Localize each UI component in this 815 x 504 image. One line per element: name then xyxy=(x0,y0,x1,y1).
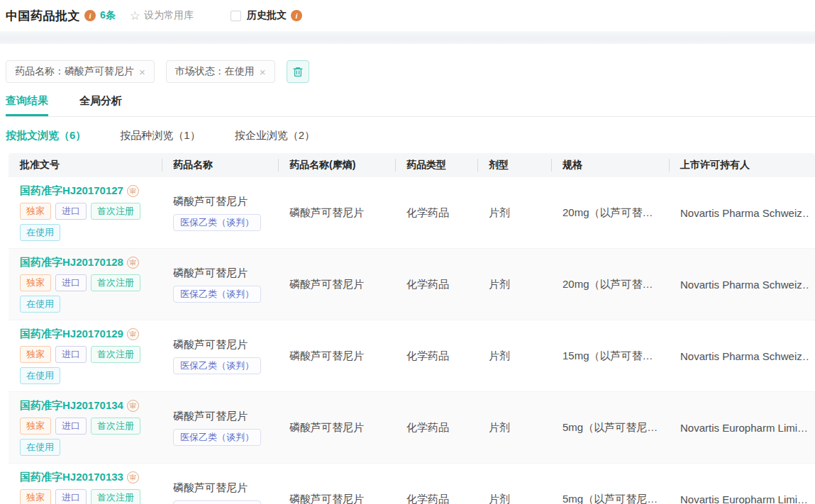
approval-cell: 国药准字HJ20170134审独家进口首次注册在使用 xyxy=(9,392,162,463)
filter-tag-drug-name[interactable]: 药品名称：磷酸芦可替尼片 × xyxy=(6,60,155,83)
license-holder: Novartis Pharma Schweiz… xyxy=(680,207,809,219)
table-body: 国药准字HJ20170127审独家进口首次注册在使用磷酸芦可替尼片医保乙类（谈判… xyxy=(9,177,815,504)
status-tag: 进口 xyxy=(55,489,87,504)
license-holder: Novartis Pharma Schweiz… xyxy=(680,350,809,362)
spec: 20mg（以芦可替… xyxy=(562,206,663,220)
status-tag: 独家 xyxy=(20,346,51,363)
column-header: 剂型 xyxy=(477,153,551,177)
status-tag: 首次注册 xyxy=(91,418,140,435)
dosage-form: 片剂 xyxy=(489,493,545,504)
status-tag: 进口 xyxy=(55,346,87,363)
approval-number-link[interactable]: 国药准字HJ20170128 xyxy=(20,256,123,269)
drug-type: 化学药品 xyxy=(406,421,472,435)
dosage-form: 片剂 xyxy=(489,206,545,220)
trash-icon xyxy=(292,66,304,78)
column-header: 批准文号 xyxy=(9,153,162,177)
star-icon: ☆ xyxy=(130,10,140,22)
info-icon[interactable]: i xyxy=(84,10,96,21)
filter-tag-label: 市场状态：在使用 xyxy=(175,65,255,78)
review-badge-icon[interactable]: 审 xyxy=(127,471,139,483)
column-header: 药品名称(摩熵) xyxy=(278,153,395,177)
drug-type: 化学药品 xyxy=(406,278,472,291)
tab-global-analysis[interactable]: 全局分析 xyxy=(79,94,122,116)
page-title: 中国药品批文 xyxy=(6,8,80,24)
status-tag: 独家 xyxy=(20,203,51,220)
main-tabs: 查询结果 全局分析 xyxy=(6,94,815,117)
drug-type: 化学药品 xyxy=(406,349,472,363)
table-header: 批准文号药品名称药品名称(摩熵)药品类型剂型规格上市许可持有人 xyxy=(9,153,815,177)
insurance-tag: 医保乙类（谈判） xyxy=(173,500,261,504)
status-tag: 进口 xyxy=(55,418,87,435)
spec: 15mg（以芦可替… xyxy=(562,349,663,363)
subtab-by-variety[interactable]: 按品种浏览（1） xyxy=(120,129,200,142)
filter-row: 药品名称：磷酸芦可替尼片 × 市场状态：在使用 × xyxy=(6,60,815,83)
dosage-form: 片剂 xyxy=(489,278,545,291)
drug-name: 磷酸芦可替尼片 xyxy=(173,410,272,423)
approval-number-link[interactable]: 国药准字HJ20170134 xyxy=(20,399,123,413)
status-tag: 在使用 xyxy=(20,439,60,456)
dosage-form: 片剂 xyxy=(489,349,545,363)
spec: 20mg（以芦可替… xyxy=(562,278,663,291)
sub-tabs: 按批文浏览（6） 按品种浏览（1） 按企业浏览（2） xyxy=(6,129,815,142)
table-row: 国药准字HJ20170128审独家进口首次注册在使用磷酸芦可替尼片医保乙类（谈判… xyxy=(9,249,815,320)
drug-name-mohy: 磷酸芦可替尼片 xyxy=(289,421,389,435)
info-icon[interactable]: i xyxy=(291,10,302,21)
subtab-by-approval[interactable]: 按批文浏览（6） xyxy=(6,129,86,142)
drug-name: 磷酸芦可替尼片 xyxy=(173,195,272,208)
review-badge-icon[interactable]: 审 xyxy=(127,328,139,340)
filter-tag-label: 药品名称：磷酸芦可替尼片 xyxy=(15,65,134,78)
spec: 5mg（以芦可替尼… xyxy=(562,493,663,504)
drug-name: 磷酸芦可替尼片 xyxy=(173,338,272,352)
column-header: 规格 xyxy=(551,153,669,177)
status-tag: 独家 xyxy=(20,489,51,504)
status-tag: 独家 xyxy=(20,274,51,291)
review-badge-icon[interactable]: 审 xyxy=(127,257,139,269)
history-checkbox[interactable] xyxy=(231,11,241,21)
status-tag: 首次注册 xyxy=(91,203,140,220)
drug-name-cell: 磷酸芦可替尼片医保乙类（谈判） xyxy=(162,320,278,391)
insurance-tag: 医保乙类（谈判） xyxy=(173,429,261,446)
history-label: 历史批文 xyxy=(247,9,287,22)
status-tag: 在使用 xyxy=(20,224,60,241)
review-badge-icon[interactable]: 审 xyxy=(127,185,139,197)
approval-cell: 国药准字HJ20170127审独家进口首次注册在使用 xyxy=(9,177,162,248)
tab-query-results[interactable]: 查询结果 xyxy=(6,94,48,116)
column-header: 药品类型 xyxy=(395,153,477,177)
drug-name-cell: 磷酸芦可替尼片医保乙类（谈判） xyxy=(162,464,278,504)
drug-type: 化学药品 xyxy=(406,493,472,504)
status-tag: 进口 xyxy=(55,274,87,291)
approval-number-link[interactable]: 国药准字HJ20170129 xyxy=(20,327,123,341)
approval-number-link[interactable]: 国药准字HJ20170127 xyxy=(20,184,123,198)
table-row: 国药准字HJ20170134审独家进口首次注册在使用磷酸芦可替尼片医保乙类（谈判… xyxy=(9,392,815,464)
page: 中国药品批文 i 6条 ☆ 设为常用库 历史批文 i 药品名称：磷酸芦可替尼片 … xyxy=(0,0,815,504)
history-checkbox-group[interactable]: 历史批文 i xyxy=(231,9,302,22)
license-holder: Novartis Pharma Schweiz… xyxy=(680,279,809,291)
clear-filters-button[interactable] xyxy=(287,60,309,83)
drug-name-cell: 磷酸芦可替尼片医保乙类（谈判） xyxy=(162,177,278,248)
drug-name-cell: 磷酸芦可替尼片医保乙类（谈判） xyxy=(162,249,278,320)
subtab-by-enterprise[interactable]: 按企业浏览（2） xyxy=(235,129,315,142)
drug-name-mohy: 磷酸芦可替尼片 xyxy=(289,493,389,504)
approval-cell: 国药准字HJ20170129审独家进口首次注册在使用 xyxy=(9,320,162,391)
spec: 5mg（以芦可替尼… xyxy=(562,421,663,435)
license-holder: Novartis Europharm Limi… xyxy=(680,422,809,434)
status-tag: 独家 xyxy=(20,418,51,435)
approval-number-link[interactable]: 国药准字HJ20170133 xyxy=(20,471,123,484)
status-tag: 首次注册 xyxy=(91,489,140,504)
drug-name-mohy: 磷酸芦可替尼片 xyxy=(289,206,389,220)
table-row: 国药准字HJ20170127审独家进口首次注册在使用磷酸芦可替尼片医保乙类（谈判… xyxy=(9,177,815,249)
table-row: 国药准字HJ20170129审独家进口首次注册在使用磷酸芦可替尼片医保乙类（谈判… xyxy=(9,320,815,392)
close-icon[interactable]: × xyxy=(260,66,266,78)
review-badge-icon[interactable]: 审 xyxy=(127,400,139,412)
column-header: 药品名称 xyxy=(162,153,278,177)
insurance-tag: 医保乙类（谈判） xyxy=(173,286,261,303)
column-header: 上市许可持有人 xyxy=(669,153,815,177)
drug-name-cell: 磷酸芦可替尼片医保乙类（谈判） xyxy=(162,392,278,463)
filter-tag-market-status[interactable]: 市场状态：在使用 × xyxy=(166,60,275,83)
close-icon[interactable]: × xyxy=(139,66,145,78)
drug-type: 化学药品 xyxy=(406,206,472,220)
drug-name: 磷酸芦可替尼片 xyxy=(173,267,272,280)
table-row: 国药准字HJ20170133审独家进口首次注册在使用磷酸芦可替尼片医保乙类（谈判… xyxy=(9,464,815,504)
set-favorite-button[interactable]: ☆ 设为常用库 xyxy=(130,9,194,22)
status-tag: 首次注册 xyxy=(91,274,140,291)
